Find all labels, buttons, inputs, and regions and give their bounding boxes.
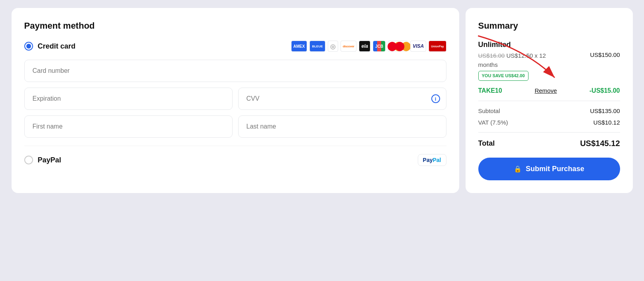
unionpay-logo: UnionPay [429, 41, 446, 52]
plan-price-row: US$16.00 US$12.50 x 12monthsYOU SAVE US$… [478, 51, 620, 81]
mastercard-logo: ⬤⬤ [388, 41, 408, 52]
submit-purchase-button[interactable]: 🔒 Submit Purchase [478, 158, 620, 180]
plan-price-details: US$16.00 US$12.50 x 12monthsYOU SAVE US$… [478, 51, 546, 81]
name-row [24, 115, 446, 138]
last-name-wrapper [238, 115, 446, 138]
last-name-input[interactable] [238, 115, 446, 138]
subtotal-row: Subtotal US$135.00 [478, 107, 620, 114]
card-logos-container: AMEX BLEUE ◎ discover ela JCB ⬤⬤ VISA Un… [291, 41, 446, 52]
subtotal-label: Subtotal [478, 107, 500, 114]
summary-title: Summary [478, 21, 620, 31]
credit-card-header: Credit card AMEX BLEUE ◎ discover ela JC… [24, 41, 446, 52]
coupon-row: TAKE10 Remove -US$15.00 [478, 87, 620, 94]
divider-2 [478, 132, 620, 133]
bleue-logo: BLEUE [309, 41, 325, 52]
coupon-discount: -US$15.00 [589, 87, 620, 94]
summary-panel: Summary Unlimited US$16.00 US$12.50 x 12… [466, 8, 633, 193]
total-label: Total [478, 139, 495, 148]
expiration-wrapper [24, 88, 233, 110]
vat-label: VAT (7.5%) [478, 119, 508, 126]
jcb-logo: JCB [373, 41, 386, 52]
paypal-option: PayPal PayPal [24, 146, 446, 166]
submit-button-label: Submit Purchase [526, 165, 584, 173]
credit-card-label: Credit card [38, 42, 76, 51]
total-row: Total US$145.12 [478, 139, 620, 148]
card-number-input[interactable] [24, 60, 446, 82]
visa-logo: VISA [410, 41, 426, 52]
card-number-row [24, 60, 446, 82]
first-name-input[interactable] [24, 115, 233, 138]
credit-card-option: Credit card AMEX BLEUE ◎ discover ela JC… [24, 41, 446, 138]
diners-logo: ◎ [328, 41, 338, 52]
vat-value: US$10.12 [593, 119, 620, 126]
remove-coupon-button[interactable]: Remove [534, 87, 557, 94]
credit-card-radio[interactable] [24, 42, 33, 51]
lock-icon: 🔒 [514, 165, 522, 173]
total-value: US$145.12 [580, 139, 620, 148]
amex-logo: AMEX [291, 41, 307, 52]
payment-method-title: Payment method [24, 21, 446, 31]
ela-logo: ela [359, 41, 370, 52]
exp-cvv-row: i [24, 88, 446, 110]
plan-name: Unlimited [478, 41, 620, 49]
subtotal-value: US$135.00 [590, 107, 620, 114]
paypal-label: PayPal [38, 156, 61, 164]
vat-row: VAT (7.5%) US$10.12 [478, 119, 620, 126]
plan-total-price: US$150.00 [590, 51, 620, 58]
paypal-logo: PayPal [418, 154, 446, 166]
discover-logo: discover [341, 41, 357, 52]
payment-method-panel: Payment method Credit card AMEX BLEUE ◎ … [12, 8, 459, 193]
cvv-input[interactable] [238, 88, 446, 110]
paypal-radio[interactable] [24, 156, 33, 164]
expiration-input[interactable] [24, 88, 233, 110]
first-name-wrapper [24, 115, 233, 138]
cvv-info-icon[interactable]: i [431, 94, 440, 103]
cvv-wrapper: i [238, 88, 446, 110]
divider-1 [478, 101, 620, 101]
paypal-logo-text: PayPal [423, 157, 441, 163]
coupon-code: TAKE10 [478, 87, 502, 94]
